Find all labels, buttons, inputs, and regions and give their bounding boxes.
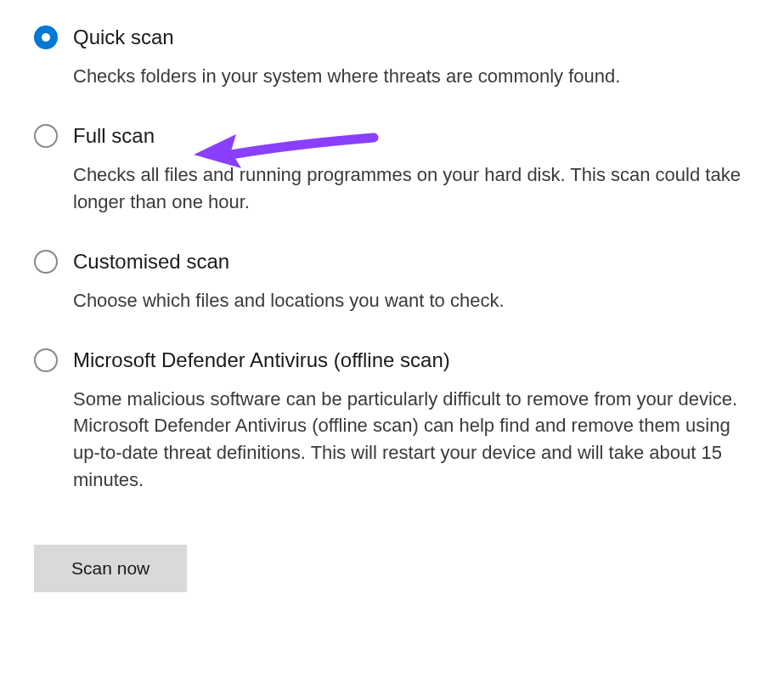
scan-option-header[interactable]: Full scan: [34, 124, 750, 148]
scan-option-description: Some malicious software can be particula…: [73, 386, 750, 495]
scan-option-label: Quick scan: [73, 25, 174, 49]
scan-option-custom: Customised scan Choose which files and l…: [34, 250, 750, 314]
radio-offline-scan[interactable]: [34, 348, 58, 372]
radio-quick-scan[interactable]: [34, 25, 58, 49]
scan-option-header[interactable]: Customised scan: [34, 250, 750, 274]
scan-option-header[interactable]: Quick scan: [34, 25, 750, 49]
scan-option-header[interactable]: Microsoft Defender Antivirus (offline sc…: [34, 348, 750, 372]
scan-option-label: Microsoft Defender Antivirus (offline sc…: [73, 348, 450, 372]
scan-option-description: Choose which files and locations you wan…: [73, 287, 750, 314]
scan-option-description: Checks folders in your system where thre…: [73, 63, 750, 90]
scan-option-quick: Quick scan Checks folders in your system…: [34, 25, 750, 90]
radio-custom-scan[interactable]: [34, 250, 58, 274]
scan-option-label: Full scan: [73, 124, 155, 148]
scan-option-description: Checks all files and running programmes …: [73, 161, 750, 216]
scan-option-full: Full scan Checks all files and running p…: [34, 124, 750, 216]
radio-full-scan[interactable]: [34, 124, 58, 148]
scan-option-offline: Microsoft Defender Antivirus (offline sc…: [34, 348, 750, 495]
scan-option-label: Customised scan: [73, 250, 229, 274]
scan-now-button[interactable]: Scan now: [34, 545, 187, 592]
